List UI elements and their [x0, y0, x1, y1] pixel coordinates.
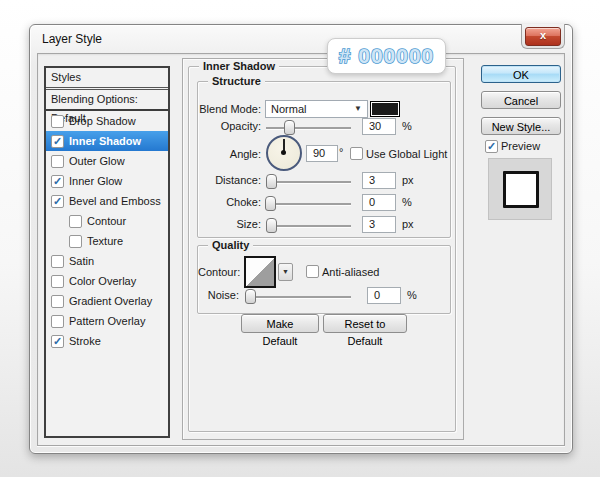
noise-slider-thumb[interactable]	[245, 289, 256, 304]
distance-unit: px	[402, 174, 414, 186]
checkbox[interactable]	[51, 335, 64, 348]
quality-legend: Quality	[208, 239, 253, 251]
style-item-label: Stroke	[69, 335, 101, 347]
style-item-gradient-overlay[interactable]: Gradient Overlay	[46, 291, 168, 311]
style-item-stroke[interactable]: Stroke	[46, 331, 168, 351]
preview-layer-shape	[503, 171, 539, 208]
style-item-label: Outer Glow	[69, 155, 125, 167]
choke-label: Choke:	[198, 196, 261, 208]
angle-dial[interactable]	[266, 135, 302, 171]
angle-input[interactable]: 90	[306, 145, 338, 162]
reset-to-default-button[interactable]: Reset to Default	[323, 314, 407, 333]
angle-label: Angle:	[198, 148, 261, 160]
noise-slider[interactable]	[246, 296, 351, 298]
style-item-outer-glow[interactable]: Outer Glow	[46, 151, 168, 171]
style-item-label: Gradient Overlay	[69, 295, 152, 307]
noise-label: Noise:	[198, 289, 239, 301]
new-style-button[interactable]: New Style...	[481, 117, 561, 135]
blend-mode-select[interactable]: Normal ▼	[265, 100, 368, 118]
anti-aliased-label: Anti-aliased	[322, 266, 379, 278]
chevron-down-icon: ▼	[354, 101, 362, 117]
structure-legend: Structure	[208, 75, 265, 87]
style-item-label: Inner Shadow	[69, 135, 141, 147]
styles-list: Styles Blending Options: Default Drop Sh…	[44, 66, 170, 438]
style-item-label: Inner Glow	[69, 175, 122, 187]
style-item-contour[interactable]: Contour	[46, 211, 168, 231]
distance-slider-thumb[interactable]	[266, 174, 277, 189]
chevron-down-icon: ▼	[282, 268, 289, 275]
style-item-color-overlay[interactable]: Color Overlay	[46, 271, 168, 291]
ok-button[interactable]: OK	[481, 65, 561, 83]
inner-shadow-title: Inner Shadow	[199, 60, 279, 72]
distance-slider[interactable]	[266, 181, 351, 183]
checkbox[interactable]	[51, 195, 64, 208]
dialog-title: Layer Style	[42, 32, 102, 46]
close-icon: x	[540, 29, 546, 41]
contour-label: Contour:	[198, 266, 239, 278]
checkbox[interactable]	[51, 315, 64, 328]
contour-dropdown-button[interactable]: ▼	[278, 263, 293, 281]
style-item-satin[interactable]: Satin	[46, 251, 168, 271]
opacity-input[interactable]: 30	[362, 118, 396, 135]
style-item-label: Contour	[87, 215, 126, 227]
size-slider-thumb[interactable]	[266, 218, 277, 233]
make-default-button[interactable]: Make Default	[241, 314, 319, 333]
shadow-color-swatch[interactable]	[370, 101, 400, 117]
style-item-label: Bevel and Emboss	[69, 195, 161, 207]
opacity-slider[interactable]	[266, 127, 351, 129]
contour-picker[interactable]	[244, 256, 276, 288]
style-item-label: Color Overlay	[69, 275, 136, 287]
size-label: Size:	[198, 218, 261, 230]
structure-group: Structure Blend Mode: Normal ▼ Opacity: …	[197, 81, 451, 238]
checkbox[interactable]	[51, 115, 64, 128]
choke-slider-thumb[interactable]	[265, 196, 276, 211]
style-item-bevel-and-emboss[interactable]: Bevel and Emboss	[46, 191, 168, 211]
dialog-client-area: Styles Blending Options: Default Drop Sh…	[37, 53, 565, 446]
close-button[interactable]: x	[525, 27, 561, 46]
style-item-label: Satin	[69, 255, 94, 267]
choke-unit: %	[402, 196, 412, 208]
opacity-unit: %	[402, 120, 412, 132]
style-item-label: Drop Shadow	[69, 115, 136, 127]
close-button-notch: x	[521, 24, 565, 49]
style-item-pattern-overlay[interactable]: Pattern Overlay	[46, 311, 168, 331]
blend-mode-value: Normal	[271, 103, 306, 115]
use-global-light-checkbox[interactable]	[350, 147, 363, 160]
noise-unit: %	[407, 289, 417, 301]
style-item-inner-shadow[interactable]: Inner Shadow	[46, 131, 168, 151]
distance-label: Distance:	[198, 174, 261, 186]
blending-options-item[interactable]: Blending Options: Default	[46, 90, 168, 111]
style-item-label: Pattern Overlay	[69, 315, 145, 327]
opacity-label: Opacity:	[198, 120, 261, 132]
use-global-light-label: Use Global Light	[366, 148, 447, 160]
layer-style-dialog: Layer Style x Styles Blending Options: D…	[29, 24, 573, 454]
checkbox[interactable]	[51, 175, 64, 188]
choke-slider[interactable]	[266, 203, 351, 205]
noise-input[interactable]: 0	[367, 287, 401, 304]
checkbox[interactable]	[51, 135, 64, 148]
blend-mode-label: Blend Mode:	[198, 103, 261, 115]
style-item-inner-glow[interactable]: Inner Glow	[46, 171, 168, 191]
size-unit: px	[402, 218, 414, 230]
checkbox[interactable]	[69, 215, 82, 228]
preview-checkbox[interactable]	[485, 140, 498, 153]
style-item-texture[interactable]: Texture	[46, 231, 168, 251]
angle-hub	[281, 150, 286, 155]
anti-aliased-checkbox[interactable]	[306, 265, 319, 278]
checkbox[interactable]	[51, 275, 64, 288]
choke-input[interactable]: 0	[362, 194, 396, 211]
cancel-button[interactable]: Cancel	[481, 91, 561, 109]
screenshot-root: # 000000 Layer Style x Styles Blending O…	[0, 0, 600, 477]
quality-group: Quality Contour: ▼ Anti-aliased Noise: 0	[197, 245, 451, 314]
styles-list-header: Styles	[46, 68, 168, 90]
size-input[interactable]: 3	[362, 216, 396, 233]
preview-thumbnail	[488, 158, 552, 220]
angle-unit: °	[339, 146, 343, 158]
opacity-slider-thumb[interactable]	[284, 120, 295, 135]
checkbox[interactable]	[51, 155, 64, 168]
checkbox[interactable]	[51, 295, 64, 308]
checkbox[interactable]	[69, 235, 82, 248]
distance-input[interactable]: 3	[362, 172, 396, 189]
checkbox[interactable]	[51, 255, 64, 268]
size-slider[interactable]	[266, 225, 351, 227]
